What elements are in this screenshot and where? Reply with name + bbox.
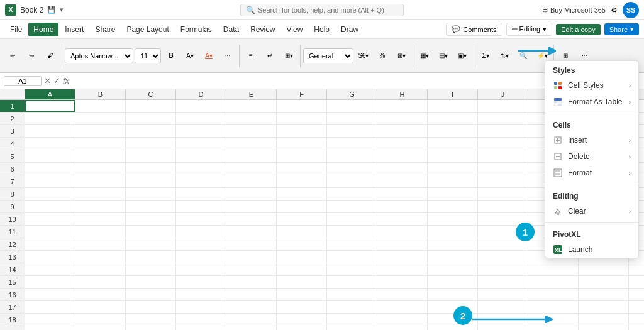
- cell[interactable]: [629, 263, 644, 275]
- cell[interactable]: [277, 326, 327, 330]
- cell[interactable]: [75, 175, 126, 187]
- cell[interactable]: [25, 188, 75, 200]
- cell[interactable]: [478, 263, 528, 275]
- menu-data[interactable]: Data: [218, 23, 244, 36]
- cell[interactable]: [75, 314, 126, 326]
- format-item[interactable]: Format ›: [545, 165, 638, 181]
- cell[interactable]: [327, 226, 377, 238]
- format-table-button[interactable]: ▤▾: [435, 41, 452, 70]
- col-header-F[interactable]: F: [277, 89, 327, 99]
- cell[interactable]: [75, 125, 126, 137]
- cell[interactable]: [377, 251, 428, 263]
- percent-button[interactable]: $€▾: [355, 41, 372, 70]
- cell[interactable]: [478, 175, 528, 187]
- search-input[interactable]: [258, 6, 384, 14]
- cell[interactable]: [25, 100, 75, 112]
- formula-cancel-icon[interactable]: ✕: [44, 76, 51, 85]
- cell[interactable]: [126, 301, 176, 313]
- cell[interactable]: [226, 150, 277, 162]
- cell[interactable]: [428, 213, 478, 225]
- cell[interactable]: [428, 175, 478, 187]
- cell[interactable]: [25, 251, 75, 263]
- cell[interactable]: [75, 163, 126, 175]
- number-format-select[interactable]: General: [303, 48, 353, 63]
- conditional-format-button[interactable]: ▦▾: [416, 41, 433, 70]
- cell[interactable]: [327, 125, 377, 137]
- cell[interactable]: [226, 113, 277, 124]
- cell[interactable]: [75, 238, 126, 250]
- cell[interactable]: [176, 188, 226, 200]
- more-formats-button[interactable]: ···: [219, 41, 236, 70]
- cell[interactable]: [126, 163, 176, 175]
- cell[interactable]: [126, 100, 176, 112]
- cell[interactable]: [75, 213, 126, 225]
- cell[interactable]: [277, 188, 327, 200]
- cell[interactable]: [629, 276, 644, 288]
- cell-reference-input[interactable]: [4, 76, 42, 86]
- cell[interactable]: [126, 188, 176, 200]
- cell[interactable]: [25, 226, 75, 238]
- cell[interactable]: [377, 100, 428, 112]
- format-painter-button[interactable]: 🖌: [42, 41, 59, 70]
- col-header-E[interactable]: E: [226, 89, 277, 99]
- cell[interactable]: [377, 138, 428, 150]
- cell[interactable]: [327, 138, 377, 150]
- cell[interactable]: [478, 150, 528, 162]
- cell[interactable]: [528, 301, 579, 313]
- cell[interactable]: [377, 125, 428, 137]
- cell[interactable]: [277, 238, 327, 250]
- cell[interactable]: [25, 138, 75, 150]
- col-header-I[interactable]: I: [428, 89, 478, 99]
- cell[interactable]: [226, 201, 277, 212]
- cell[interactable]: [75, 150, 126, 162]
- font-color-button[interactable]: A▾: [200, 41, 218, 70]
- cell[interactable]: [327, 251, 377, 263]
- row-header-17[interactable]: 17: [0, 301, 25, 313]
- cell[interactable]: [579, 289, 629, 300]
- cell[interactable]: [176, 201, 226, 212]
- cell[interactable]: [226, 238, 277, 250]
- menu-draw[interactable]: Draw: [336, 23, 364, 36]
- cell[interactable]: [428, 238, 478, 250]
- cell[interactable]: [277, 100, 327, 112]
- cell[interactable]: [277, 163, 327, 175]
- cell[interactable]: [75, 226, 126, 238]
- cell[interactable]: [629, 314, 644, 326]
- cell[interactable]: [226, 263, 277, 275]
- redo-button[interactable]: ↪: [23, 41, 40, 70]
- cell[interactable]: [226, 314, 277, 326]
- cell[interactable]: [478, 138, 528, 150]
- formula-confirm-icon[interactable]: ✓: [53, 76, 60, 85]
- cell[interactable]: [478, 276, 528, 288]
- cell[interactable]: [25, 314, 75, 326]
- cell[interactable]: [579, 326, 629, 330]
- cell[interactable]: [126, 226, 176, 238]
- cell[interactable]: [528, 326, 579, 330]
- menu-formulas[interactable]: Formulas: [175, 23, 217, 36]
- cell[interactable]: [277, 150, 327, 162]
- cell[interactable]: [327, 301, 377, 313]
- cell[interactable]: [428, 125, 478, 137]
- font-size-select[interactable]: 11: [135, 48, 161, 63]
- row-header-8[interactable]: 8: [0, 188, 25, 200]
- cell[interactable]: [478, 326, 528, 330]
- cell[interactable]: [126, 125, 176, 137]
- cell[interactable]: [528, 263, 579, 275]
- row-header-18[interactable]: 18: [0, 314, 25, 326]
- launch-item[interactable]: XL Launch: [545, 241, 638, 258]
- cell[interactable]: [478, 113, 528, 124]
- menu-view[interactable]: View: [282, 23, 308, 36]
- cell[interactable]: [277, 175, 327, 187]
- delete-item[interactable]: Delete ›: [545, 148, 638, 165]
- cell[interactable]: [377, 276, 428, 288]
- cell[interactable]: [226, 100, 277, 112]
- cell[interactable]: [377, 163, 428, 175]
- cell[interactable]: [226, 326, 277, 330]
- cell[interactable]: [226, 213, 277, 225]
- menu-file[interactable]: File: [5, 23, 27, 36]
- cell[interactable]: [478, 201, 528, 212]
- cell[interactable]: [25, 326, 75, 330]
- cell[interactable]: [327, 175, 377, 187]
- menu-home[interactable]: Home: [28, 23, 58, 36]
- cell[interactable]: [226, 175, 277, 187]
